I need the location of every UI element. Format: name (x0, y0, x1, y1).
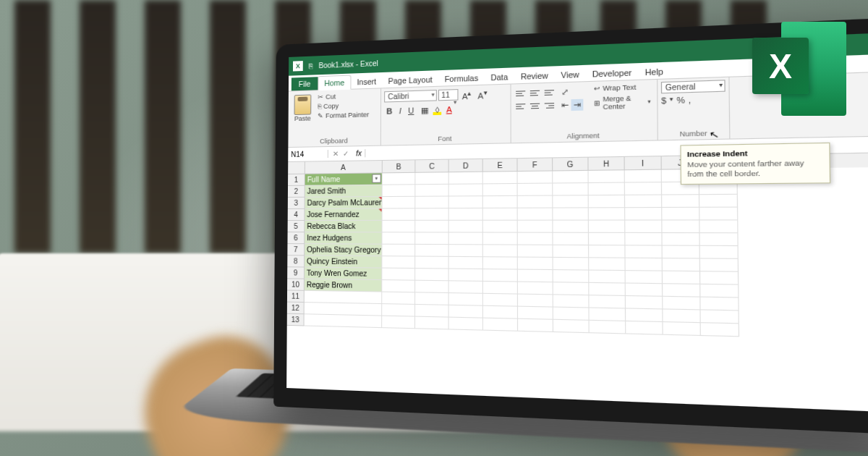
copy-button[interactable]: ⎘Copy (317, 101, 370, 111)
cell[interactable] (415, 269, 449, 281)
cell[interactable] (449, 232, 483, 245)
cell[interactable] (553, 320, 590, 333)
cell[interactable] (589, 295, 626, 308)
cell[interactable] (483, 172, 518, 184)
col-header-h[interactable]: H (589, 157, 625, 171)
cell[interactable] (518, 295, 553, 308)
menu-data[interactable]: Data (485, 70, 514, 85)
cell[interactable] (449, 196, 483, 208)
merge-center-button[interactable]: ⊞Merge & Center▾ (592, 93, 654, 112)
cell[interactable] (483, 233, 518, 245)
fill-color-button[interactable]: ◊ (433, 105, 442, 116)
cell[interactable] (518, 307, 553, 320)
menu-review[interactable]: Review (514, 69, 555, 84)
cell[interactable] (626, 258, 663, 271)
cell[interactable] (415, 196, 448, 208)
cell[interactable] (663, 271, 700, 284)
cell[interactable] (518, 184, 553, 196)
row-header-2[interactable]: 2 (288, 186, 305, 198)
cell[interactable] (553, 282, 590, 295)
menu-developer[interactable]: Developer (586, 65, 639, 81)
cell[interactable]: Jared Smith (305, 185, 383, 198)
align-top-button[interactable] (514, 88, 527, 99)
col-header-c[interactable]: C (415, 160, 448, 173)
cell[interactable] (518, 282, 553, 295)
cell[interactable] (553, 233, 590, 245)
cell[interactable] (518, 258, 553, 271)
cell[interactable]: Tony Wren Gomez (305, 267, 382, 280)
menu-file[interactable]: File (292, 77, 318, 90)
cell[interactable] (589, 271, 626, 284)
menu-home[interactable]: Home (318, 75, 351, 91)
cell[interactable] (518, 196, 553, 208)
cell[interactable] (700, 259, 739, 272)
cell[interactable] (483, 257, 518, 269)
row-header-12[interactable]: 12 (287, 303, 305, 315)
menu-insert[interactable]: Insert (351, 75, 382, 89)
cell[interactable]: Ophelia Stacy Gregory (305, 244, 382, 256)
cell[interactable] (700, 284, 739, 298)
cell[interactable] (590, 321, 626, 334)
cell[interactable] (382, 280, 415, 292)
cell[interactable] (305, 291, 383, 304)
row-header-9[interactable]: 9 (287, 267, 305, 279)
decrease-indent-button[interactable]: ⇤ (559, 99, 571, 111)
cell[interactable]: Rebecca Black (305, 221, 382, 232)
cell[interactable] (382, 256, 415, 269)
cell[interactable] (483, 294, 518, 307)
cell[interactable] (663, 258, 700, 271)
cell[interactable] (625, 245, 662, 258)
cell[interactable] (662, 220, 699, 233)
cell[interactable] (415, 172, 448, 185)
cell[interactable] (382, 269, 415, 281)
cell[interactable]: Darcy Psalm McLauren (305, 197, 383, 209)
cell[interactable] (553, 308, 590, 321)
cell[interactable] (415, 292, 449, 305)
bold-button[interactable]: B (384, 106, 394, 117)
cell[interactable] (415, 208, 448, 221)
cell[interactable] (589, 233, 625, 245)
cell[interactable] (483, 221, 518, 233)
font-color-button[interactable]: A (444, 104, 454, 115)
autosave-icon[interactable]: ⎘ (309, 62, 313, 69)
cell[interactable] (449, 172, 483, 185)
row-header-5[interactable]: 5 (288, 221, 305, 232)
menu-page-layout[interactable]: Page Layout (382, 72, 438, 88)
cell[interactable] (415, 257, 449, 269)
cell[interactable] (626, 321, 663, 335)
row-header-4[interactable]: 4 (288, 209, 305, 221)
enter-formula-button[interactable]: ✓ (343, 150, 349, 158)
cell[interactable] (700, 271, 739, 284)
cell[interactable] (449, 257, 483, 269)
cell[interactable] (625, 182, 662, 195)
menu-formulas[interactable]: Formulas (438, 71, 485, 86)
cell[interactable] (383, 197, 416, 209)
cell[interactable] (625, 170, 662, 183)
cell[interactable] (518, 245, 553, 258)
cell[interactable] (518, 233, 553, 245)
font-size-select[interactable]: 11 (438, 89, 459, 101)
row-header-3[interactable]: 3 (288, 198, 305, 209)
cell[interactable] (589, 221, 625, 233)
cell[interactable] (700, 233, 739, 246)
font-name-select[interactable]: Calibri (384, 90, 437, 103)
col-header-f[interactable]: F (518, 158, 553, 172)
cell[interactable] (415, 232, 448, 245)
format-painter-button[interactable]: ✎Format Painter (317, 110, 370, 120)
cell[interactable] (449, 293, 483, 306)
cell[interactable] (449, 208, 483, 221)
cell[interactable] (518, 208, 553, 221)
cell[interactable] (589, 283, 626, 296)
cell[interactable] (625, 221, 662, 234)
cut-button[interactable]: ✂Cut (317, 91, 370, 101)
cell[interactable] (483, 269, 518, 282)
cell[interactable] (483, 208, 518, 221)
col-header-b[interactable]: B (383, 160, 416, 173)
align-middle-button[interactable] (529, 88, 542, 98)
cell[interactable] (662, 208, 699, 221)
row-header-10[interactable]: 10 (287, 279, 305, 291)
cell[interactable] (449, 269, 483, 282)
cell[interactable]: Inez Hudgens (305, 232, 382, 245)
cell[interactable] (626, 308, 663, 322)
row-header-11[interactable]: 11 (287, 290, 305, 303)
